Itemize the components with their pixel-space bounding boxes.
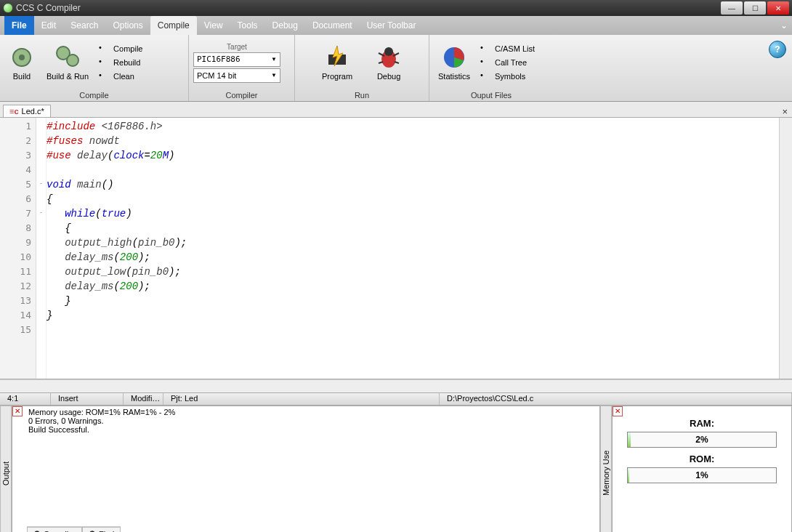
status-position: 4:1: [0, 393, 51, 405]
clean-button[interactable]: •Clean: [96, 70, 145, 83]
rom-label: ROM:: [618, 454, 785, 464]
window-title: CCS C Compiler: [16, 3, 81, 13]
call-tree-button[interactable]: •Call Tree: [477, 56, 538, 69]
chip-lightning-icon: [324, 44, 350, 70]
build-label: Build: [13, 72, 31, 81]
target-value: PIC16F886: [197, 55, 241, 64]
rom-meter: 1%: [627, 467, 777, 483]
debug-label: Debug: [377, 72, 400, 81]
menu-document[interactable]: Document: [305, 16, 360, 35]
symbols-icon: •: [480, 70, 492, 82]
group-run-label: Run: [295, 90, 429, 101]
file-tab-label: Led.c*: [22, 107, 44, 116]
ram-value: 2%: [695, 435, 708, 445]
horizontal-scrollbar[interactable]: [0, 379, 792, 392]
tree-icon: •: [480, 57, 492, 68]
menu-user-toolbar[interactable]: User Toolbar: [360, 16, 424, 35]
output-tab-compiler[interactable]: ⚙Compiler: [27, 527, 82, 532]
clean-icon: •: [99, 70, 110, 82]
memory-panel: ✕ RAM: 2% ROM: 1%: [612, 406, 792, 532]
output-close-button[interactable]: ✕: [12, 406, 23, 416]
gear-icon: [9, 44, 35, 70]
memory-close-button[interactable]: ✕: [613, 406, 623, 416]
menu-search[interactable]: Search: [63, 16, 105, 35]
statistics-button[interactable]: Statistics: [434, 43, 474, 82]
line-number-gutter: 123456789101112131415: [0, 118, 36, 379]
gears-icon: [54, 44, 81, 70]
code-content[interactable]: #include <16F886.h>#fuses nowdt#use dela…: [47, 118, 779, 379]
memory-panel-label[interactable]: Memory Use: [600, 406, 612, 532]
svg-point-3: [67, 55, 78, 66]
menu-edit[interactable]: Edit: [34, 16, 64, 35]
compile-icon: •: [99, 43, 110, 55]
status-path: D:\Proyectos\CCS\Led.c: [440, 393, 792, 405]
output-panel: ✕ Memory usage: ROM=1% RAM=1% - 2% 0 Err…: [12, 406, 600, 532]
statistics-label: Statistics: [438, 72, 470, 81]
svg-line-11: [395, 62, 399, 63]
build-run-button[interactable]: Build & Run: [42, 43, 93, 82]
list-icon: •: [480, 43, 492, 55]
group-compiler-label: Compiler: [189, 90, 294, 101]
target-label: Target: [227, 43, 247, 51]
minimize-button[interactable]: —: [721, 1, 743, 15]
statusbar: 4:1 Insert Modifi… Pjt: Led D:\Proyectos…: [0, 392, 792, 406]
pie-chart-icon: [441, 44, 467, 70]
ribbon: ? Build Build & Run •Compile•Rebuild•Cle…: [0, 35, 792, 102]
file-type-icon: ≡c: [9, 107, 19, 116]
close-button[interactable]: ✕: [767, 1, 789, 15]
debug-button[interactable]: Debug: [371, 43, 406, 82]
build-run-label: Build & Run: [47, 72, 89, 81]
output-text: Memory usage: ROM=1% RAM=1% - 2% 0 Error…: [12, 406, 599, 435]
chevron-down-icon: ▼: [271, 56, 277, 63]
menu-compile[interactable]: Compile: [150, 16, 197, 35]
file-tabstrip: ≡c Led.c* ×: [0, 102, 792, 118]
code-editor[interactable]: 123456789101112131415 -- #include <16F88…: [0, 118, 792, 379]
rebuild-icon: •: [99, 57, 110, 68]
menu-options[interactable]: Options: [105, 16, 150, 35]
compiler-mode-value: PCM 14 bit: [197, 71, 236, 80]
bug-icon: [376, 44, 402, 70]
program-label: Program: [322, 72, 352, 81]
titlebar: CCS C Compiler — ☐ ✕: [0, 0, 792, 16]
status-modified: Modifi…: [124, 393, 163, 405]
menu-file[interactable]: File: [4, 16, 34, 35]
close-tab-button[interactable]: ×: [777, 106, 792, 117]
help-icon[interactable]: ?: [769, 41, 786, 58]
ram-meter: 2%: [627, 432, 777, 448]
ribbon-expand-icon[interactable]: ⌄: [776, 16, 792, 35]
compile-button[interactable]: •Compile: [96, 42, 145, 55]
menu-view[interactable]: View: [197, 16, 230, 35]
ram-label: RAM:: [618, 418, 785, 429]
svg-point-1: [19, 55, 25, 60]
rebuild-button[interactable]: •Rebuild: [96, 56, 145, 69]
file-tab[interactable]: ≡c Led.c*: [3, 105, 51, 117]
svg-line-10: [379, 62, 383, 63]
maximize-button[interactable]: ☐: [744, 1, 766, 15]
tab-icon: ⚙: [89, 529, 96, 532]
c-asm-list-button[interactable]: •C/ASM List: [477, 42, 538, 55]
svg-point-7: [384, 47, 393, 56]
tab-icon: ⚙: [33, 529, 41, 532]
status-project: Pjt: Led: [163, 393, 440, 405]
output-tabs: ⚙Compiler⚙Find: [27, 526, 121, 532]
output-panel-label[interactable]: Output: [0, 406, 12, 532]
rom-value: 1%: [695, 470, 708, 480]
program-button[interactable]: Program: [318, 43, 357, 82]
group-output-label: Ouput Files: [429, 90, 553, 101]
menu-tools[interactable]: Tools: [230, 16, 265, 35]
menu-debug[interactable]: Debug: [265, 16, 305, 35]
status-insert: Insert: [51, 393, 124, 405]
target-dropdown[interactable]: PIC16F886 ▼: [193, 52, 280, 67]
fold-gutter[interactable]: --: [36, 118, 47, 379]
menubar: File EditSearchOptionsCompileViewToolsDe…: [0, 16, 792, 35]
chevron-down-icon: ▼: [271, 72, 277, 78]
app-icon: [3, 3, 13, 13]
vertical-scrollbar[interactable]: [779, 118, 792, 379]
output-tab-find[interactable]: ⚙Find: [82, 527, 121, 532]
compiler-mode-dropdown[interactable]: PCM 14 bit ▼: [193, 68, 280, 83]
group-compile-label: Compile: [0, 90, 188, 101]
symbols-button[interactable]: •Symbols: [477, 70, 538, 83]
build-button[interactable]: Build: [4, 43, 39, 82]
